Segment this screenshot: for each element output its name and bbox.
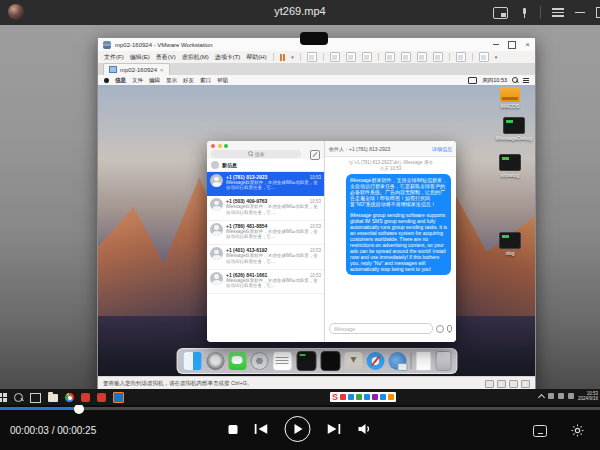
- vmware-maximize-button[interactable]: [508, 41, 516, 49]
- vmware-minimize-button[interactable]: [493, 44, 499, 45]
- vm-tab[interactable]: mp02-160924 ×: [103, 63, 170, 75]
- document-icon[interactable]: [415, 351, 431, 371]
- desktop-icon-xlog[interactable]: xlog: [491, 232, 529, 256]
- conversation-item[interactable]: +1 (626) 841-1661 10:53 iMessage群发软件，支持全…: [207, 270, 324, 294]
- zoom-traffic-light[interactable]: [224, 144, 228, 148]
- installer-icon[interactable]: [344, 352, 362, 370]
- desktop-icon-showlog[interactable]: showlog: [491, 154, 529, 178]
- system-preferences-icon[interactable]: [250, 352, 268, 370]
- chrome-icon[interactable]: [65, 393, 74, 402]
- microphone-icon[interactable]: [447, 325, 452, 332]
- remote-desktop-icon[interactable]: [388, 352, 406, 370]
- taskbar-search-icon[interactable]: [14, 393, 23, 402]
- finder-icon[interactable]: [182, 351, 202, 371]
- next-button[interactable]: [328, 423, 341, 435]
- stop-button[interactable]: [229, 425, 238, 434]
- tray-chevron-icon[interactable]: [538, 393, 545, 400]
- menu-vm[interactable]: 虚拟机(M): [182, 53, 209, 62]
- video-frame[interactable]: mp02-160924 - VMware Workstation × 文件(F)…: [0, 25, 600, 405]
- desktop-icon-imessagedebug[interactable]: iMessageDebug: [495, 117, 533, 141]
- new-message-row[interactable]: 新信息: [207, 159, 324, 172]
- toolbar-icon[interactable]: [433, 52, 443, 62]
- toolbar-dropdown-icon[interactable]: ▾: [495, 54, 498, 60]
- network-status-icon[interactable]: [509, 380, 518, 388]
- menu-help[interactable]: 帮助(H): [246, 53, 266, 62]
- trash-icon[interactable]: [435, 351, 451, 371]
- red-app-icon[interactable]: [81, 393, 90, 402]
- toolbar-unity-icon[interactable]: [417, 52, 427, 62]
- pin-icon[interactable]: [519, 8, 529, 18]
- vmware-close-button[interactable]: ×: [525, 41, 530, 49]
- menu-tabs[interactable]: 选项卡(T): [215, 53, 241, 62]
- conversation-item[interactable]: +1 (503) 409-9763 10:53 iMessage群发软件，支持全…: [207, 196, 324, 220]
- menu-edit[interactable]: 编辑(E): [130, 53, 150, 62]
- toolbar-icon[interactable]: [479, 52, 489, 62]
- tray-clock[interactable]: 10:53 2024/9/16: [578, 391, 598, 401]
- imessage-input[interactable]: iMessage: [329, 323, 433, 334]
- macos-menu-help[interactable]: 帮助: [217, 77, 228, 84]
- menu-icon[interactable]: [552, 8, 564, 17]
- vm-tab-close-icon[interactable]: ×: [160, 67, 164, 73]
- launchpad-icon[interactable]: [206, 352, 224, 370]
- toolbar-library-icon[interactable]: [456, 52, 466, 62]
- previous-button[interactable]: [255, 423, 268, 435]
- toolbar-icon[interactable]: [330, 52, 340, 62]
- macos-clock[interactable]: 周四10:53: [482, 77, 507, 84]
- menu-view[interactable]: 查看(V): [156, 53, 176, 62]
- toolbar-icon[interactable]: [362, 52, 372, 62]
- messages-icon[interactable]: [228, 352, 246, 370]
- tray-icon[interactable]: [558, 393, 564, 399]
- compose-button[interactable]: [310, 150, 320, 160]
- conversation-item[interactable]: +1 (401) 413-6192 10:53 iMessage群发软件，支持全…: [207, 245, 324, 269]
- fullscreen-button[interactable]: [533, 425, 547, 437]
- display-status-icon[interactable]: [468, 77, 477, 84]
- tray-icon[interactable]: [548, 393, 554, 399]
- notification-center-icon[interactable]: [523, 78, 529, 83]
- macos-menu-buddies[interactable]: 好友: [183, 77, 194, 84]
- sound-status-icon[interactable]: [521, 380, 530, 388]
- search-input[interactable]: 搜索: [211, 150, 301, 158]
- toolbar-snapshot-icon[interactable]: [307, 52, 317, 62]
- start-icon[interactable]: [0, 393, 7, 402]
- emoji-icon[interactable]: [436, 325, 444, 333]
- avatar: [210, 247, 223, 260]
- macos-menu-file[interactable]: 文件: [132, 77, 143, 84]
- seek-handle[interactable]: [74, 404, 84, 414]
- conversation-item[interactable]: +1 (781) 813-2923 10:53 iMessage群发软件，支持全…: [207, 172, 324, 196]
- suspend-icon[interactable]: [280, 54, 286, 61]
- vmware-taskbar-icon[interactable]: [113, 392, 124, 403]
- spotlight-icon[interactable]: [512, 77, 518, 83]
- desktop-icon-macos-drive[interactable]: MACOS: [491, 87, 529, 109]
- minimize-button[interactable]: [575, 12, 585, 14]
- toolbar-console-icon[interactable]: [385, 52, 395, 62]
- power-dropdown-icon[interactable]: ▾: [291, 54, 294, 60]
- volume-button[interactable]: [358, 423, 372, 435]
- cdrom-status-icon[interactable]: [497, 380, 506, 388]
- terminal2-icon[interactable]: [320, 351, 340, 371]
- textedit-icon[interactable]: [272, 351, 292, 371]
- safari-icon[interactable]: [366, 352, 384, 370]
- macos-menu-view[interactable]: 显示: [166, 77, 177, 84]
- terminal-icon[interactable]: [296, 351, 316, 371]
- file-explorer-icon[interactable]: [48, 394, 58, 402]
- conversation-item[interactable]: +1 (786) 481-8854 10:53 iMessage群发软件，支持全…: [207, 221, 324, 245]
- apple-menu-icon[interactable]: [104, 78, 109, 83]
- red-app-icon[interactable]: [97, 393, 106, 402]
- settings-gear-icon[interactable]: [571, 424, 584, 437]
- macos-menu-app[interactable]: 信息: [115, 77, 126, 84]
- details-link[interactable]: 详细信息: [432, 146, 452, 152]
- menu-file[interactable]: 文件(F): [104, 53, 124, 62]
- hdd-status-icon[interactable]: [485, 380, 494, 388]
- mini-player-icon[interactable]: [493, 7, 508, 19]
- macos-menu-edit[interactable]: 编辑: [149, 77, 160, 84]
- task-view-icon[interactable]: [30, 393, 41, 403]
- play-button[interactable]: [285, 416, 311, 442]
- seek-bar[interactable]: [0, 407, 600, 410]
- macos-menu-window[interactable]: 窗口: [200, 77, 211, 84]
- toolbar-icon[interactable]: [346, 52, 356, 62]
- minimize-traffic-light[interactable]: [218, 144, 222, 148]
- maximize-button[interactable]: [596, 7, 600, 18]
- tray-icon[interactable]: [568, 393, 574, 399]
- toolbar-fullscreen-icon[interactable]: [401, 52, 411, 62]
- close-traffic-light[interactable]: [211, 144, 215, 148]
